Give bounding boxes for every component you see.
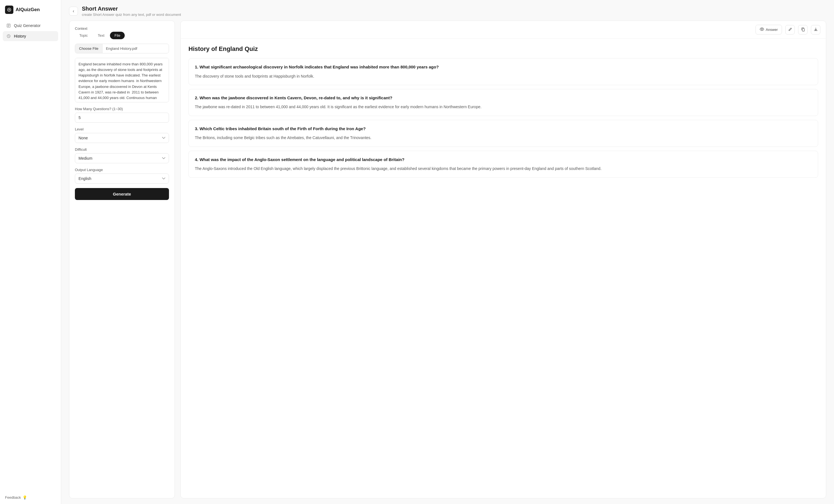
header: ‹ Short Answer create Short Answer quiz … <box>61 0 834 21</box>
page-title: Short Answer <box>82 5 181 12</box>
feedback-icon: 💡 <box>23 496 27 500</box>
sidebar-footer[interactable]: Feedback 💡 <box>0 491 61 504</box>
quiz-item-3: 3. Which Celtic tribes inhabited Britain… <box>189 120 818 147</box>
quiz-item-2: 2. When was the jawbone discovered in Ke… <box>189 89 818 116</box>
questions-input[interactable] <box>75 113 169 123</box>
quiz-answer-2: The jawbone was re-dated in 2011 to betw… <box>195 104 812 110</box>
answer-button[interactable]: Answer <box>755 25 782 35</box>
tab-topic[interactable]: Topic <box>75 32 92 39</box>
right-panel: Answer <box>180 21 826 499</box>
quiz-answer-3: The Britons, including some Belgic tribe… <box>195 135 812 141</box>
level-field: Level None Easy Medium Hard <box>75 127 169 143</box>
difficult-select[interactable]: Easy Medium Hard <box>75 153 169 163</box>
tab-file[interactable]: File <box>110 32 125 39</box>
back-button[interactable]: ‹ <box>69 7 78 16</box>
feedback-label: Feedback <box>5 496 21 500</box>
edit-icon <box>788 27 792 32</box>
page-subtitle: create Short Answer quiz from any text, … <box>82 13 181 17</box>
sidebar-nav: Quiz Generator History <box>0 18 61 43</box>
svg-rect-4 <box>802 29 805 31</box>
eye-icon <box>760 27 764 32</box>
svg-point-3 <box>761 29 763 30</box>
quiz-question-4: 4. What was the impact of the Anglo-Saxo… <box>195 157 812 163</box>
context-section: Context Topic Text File <box>75 26 169 39</box>
answer-label: Answer <box>766 27 778 32</box>
main: ‹ Short Answer create Short Answer quiz … <box>61 0 834 504</box>
context-tabs: Topic Text File <box>75 32 169 39</box>
context-textarea[interactable]: England became inhabited more than 800,0… <box>75 58 169 102</box>
logo-icon <box>5 5 13 14</box>
header-text: Short Answer create Short Answer quiz fr… <box>82 5 181 17</box>
app-name: AIQuizGen <box>16 7 40 13</box>
app-logo: AIQuizGen <box>0 0 61 18</box>
sidebar-item-history[interactable]: History <box>3 31 58 41</box>
language-field: Output Language English Spanish French G… <box>75 168 169 184</box>
quiz-content: History of England Quiz 1. What signific… <box>181 39 826 498</box>
language-select[interactable]: English Spanish French German Chinese <box>75 174 169 184</box>
toolbar: Answer <box>181 21 826 39</box>
content-split: Context Topic Text File Choose File Engl… <box>61 21 834 504</box>
generate-button[interactable]: Generate <box>75 188 169 200</box>
download-button[interactable] <box>811 25 820 35</box>
download-icon <box>814 27 818 32</box>
language-label: Output Language <box>75 168 169 172</box>
sidebar-item-quiz-generator[interactable]: Quiz Generator <box>3 21 58 30</box>
quiz-generator-icon <box>6 23 11 28</box>
quiz-question-1: 1. What significant archaeological disco… <box>195 64 812 70</box>
edit-button[interactable] <box>785 25 795 35</box>
left-panel: Context Topic Text File Choose File Engl… <box>69 21 175 499</box>
sidebar-item-history-label: History <box>14 34 26 38</box>
choose-file-button[interactable]: Choose File <box>75 44 103 53</box>
file-input-row: Choose File England History.pdf <box>75 44 169 53</box>
quiz-question-2: 2. When was the jawbone discovered in Ke… <box>195 95 812 101</box>
tab-text[interactable]: Text <box>93 32 109 39</box>
sidebar: AIQuizGen Quiz Generator History Feedbac… <box>0 0 61 504</box>
quiz-answer-4: The Anglo-Saxons introduced the Old Engl… <box>195 165 812 171</box>
level-select[interactable]: None Easy Medium Hard <box>75 133 169 143</box>
quiz-item-4: 4. What was the impact of the Anglo-Saxo… <box>189 151 818 178</box>
questions-field: How Many Questions? (1~30) <box>75 107 169 123</box>
difficult-field: Difficult Easy Medium Hard <box>75 147 169 163</box>
file-name: England History.pdf <box>103 44 169 53</box>
quiz-title: History of England Quiz <box>189 45 818 52</box>
copy-button[interactable] <box>798 25 808 35</box>
copy-icon <box>801 27 805 32</box>
quiz-question-3: 3. Which Celtic tribes inhabited Britain… <box>195 126 812 132</box>
level-label: Level <box>75 127 169 131</box>
quiz-answer-1: The discovery of stone tools and footpri… <box>195 73 812 79</box>
questions-label: How Many Questions? (1~30) <box>75 107 169 111</box>
difficult-label: Difficult <box>75 147 169 152</box>
quiz-item-1: 1. What significant archaeological disco… <box>189 58 818 85</box>
history-icon <box>6 33 11 39</box>
sidebar-item-quiz-generator-label: Quiz Generator <box>14 23 41 28</box>
context-label: Context <box>75 26 169 30</box>
